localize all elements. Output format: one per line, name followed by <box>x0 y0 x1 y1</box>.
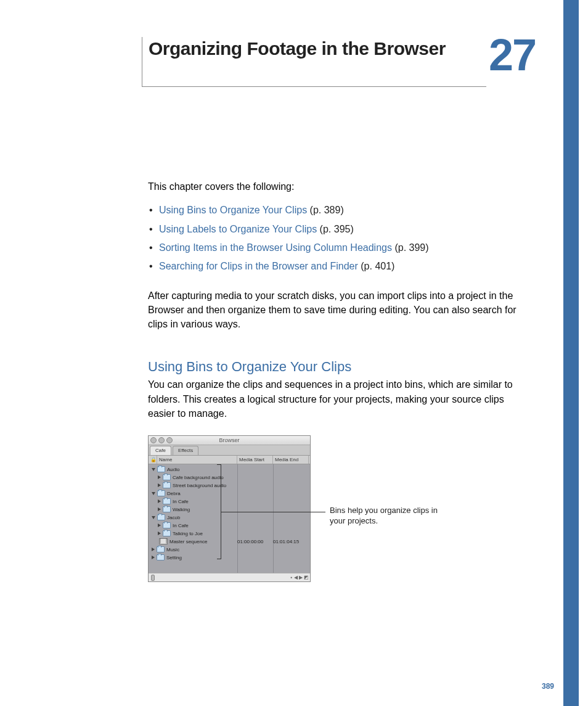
bin-icon <box>157 514 165 520</box>
disclosure-right-icon[interactable] <box>158 507 161 511</box>
body-paragraph: After capturing media to your scratch di… <box>148 289 530 332</box>
window-title: Browser <box>219 437 239 443</box>
toc-list: Using Bins to Organize Your Clips (p. 38… <box>148 201 530 276</box>
bin-icon <box>163 474 171 480</box>
column-header-row: 🔒 Name Media Start Media End <box>149 456 310 464</box>
bin-icon <box>157 546 165 552</box>
tab-row: Cafe Effects <box>149 445 310 456</box>
close-icon[interactable] <box>150 437 157 443</box>
toc-page: (p. 401) <box>361 261 394 271</box>
section-paragraph: You can organize the clips and sequences… <box>148 377 530 421</box>
bin-row[interactable]: Debra <box>149 490 310 498</box>
bin-label: Cafe background audio <box>173 475 224 480</box>
chapter-number: 27 <box>489 30 536 80</box>
sequence-icon <box>159 538 168 544</box>
disclosure-right-icon[interactable] <box>158 499 161 503</box>
disclosure-right-icon[interactable] <box>152 548 155 551</box>
bin-icon <box>157 554 165 560</box>
bin-row[interactable]: Cafe background audio <box>149 474 310 482</box>
disclosure-down-icon[interactable] <box>152 468 155 471</box>
toc-page: (p. 395) <box>320 224 354 234</box>
toc-item: Sorting Items in the Browser Using Colum… <box>148 239 530 257</box>
column-media-end[interactable]: Media End <box>273 456 309 464</box>
bin-label: Debra <box>167 491 181 496</box>
zoom-icon[interactable] <box>166 437 173 443</box>
disclosure-right-icon[interactable] <box>158 532 161 535</box>
bin-label: Talking to Joe <box>173 531 203 536</box>
bin-row[interactable]: Audio <box>149 466 310 474</box>
bin-row[interactable]: Walking <box>149 506 310 514</box>
bin-label: In Cafe <box>173 499 189 504</box>
chapter-header: Organizing Footage in the Browser 27 <box>142 37 486 87</box>
toc-link[interactable]: Using Bins to Organize Your Clips <box>159 205 307 215</box>
sequence-label: Master sequence <box>169 539 207 544</box>
bin-row[interactable]: Talking to Joe <box>149 530 310 538</box>
bin-icon <box>163 482 171 488</box>
tab-cafe[interactable]: Cafe <box>150 446 171 455</box>
disclosure-right-icon[interactable] <box>158 483 161 487</box>
bin-row[interactable]: Jacob <box>149 514 310 522</box>
toc-item: Searching for Clips in the Browser and F… <box>148 257 530 276</box>
toc-link[interactable]: Using Labels to Organize Your Clips <box>159 224 317 234</box>
page-number: 389 <box>542 682 554 691</box>
toc-page: (p. 399) <box>394 242 428 253</box>
column-name[interactable]: Name <box>157 456 237 464</box>
callout-line <box>221 512 325 512</box>
media-start-value: 01:00:00:00 <box>237 539 273 544</box>
callout-text: Bins help you organize clips in your pro… <box>330 506 441 527</box>
browser-tree: Audio Cafe background audio Street backg… <box>149 464 310 573</box>
bin-icon <box>157 466 165 472</box>
disclosure-down-icon[interactable] <box>152 492 155 495</box>
scrollbar[interactable]: ▪ ◀ ▶ ◩ <box>149 573 310 581</box>
column-media-start[interactable]: Media Start <box>237 456 273 464</box>
toc-link[interactable]: Searching for Clips in the Browser and F… <box>159 261 358 271</box>
browser-window: Browser Cafe Effects 🔒 Name Media Start … <box>148 435 311 582</box>
bin-icon <box>157 490 165 496</box>
bin-label: Audio <box>167 467 179 472</box>
disclosure-right-icon[interactable] <box>158 523 161 527</box>
bin-row[interactable]: In Cafe <box>149 522 310 530</box>
disclosure-right-icon[interactable] <box>152 556 155 559</box>
page-content: Organizing Footage in the Browser 27 Thi… <box>148 37 530 582</box>
bin-label: Music <box>166 547 179 552</box>
toc-item: Using Bins to Organize Your Clips (p. 38… <box>148 201 530 220</box>
disclosure-down-icon[interactable] <box>152 516 155 519</box>
page-accent-bar <box>563 0 579 706</box>
intro-lead: This chapter covers the following: <box>148 179 530 194</box>
sequence-row[interactable]: Master sequence 01:00:00:00 01:01:04:15 <box>149 538 310 546</box>
toc-link[interactable]: Sorting Items in the Browser Using Colum… <box>159 242 392 253</box>
figure: Browser Cafe Effects 🔒 Name Media Start … <box>148 435 518 582</box>
browser-titlebar: Browser <box>149 436 310 445</box>
bin-icon <box>163 522 171 528</box>
scroll-thumb[interactable] <box>151 575 155 581</box>
window-controls[interactable] <box>150 437 173 443</box>
bin-label: Setting <box>166 555 182 560</box>
scroll-arrows[interactable]: ▪ ◀ ▶ ◩ <box>290 573 309 581</box>
bin-icon <box>163 530 171 536</box>
bin-row[interactable]: Setting <box>149 554 310 562</box>
bin-icon <box>163 506 171 512</box>
bin-icon <box>163 498 171 504</box>
disclosure-right-icon[interactable] <box>158 475 161 479</box>
tab-effects[interactable]: Effects <box>173 446 198 455</box>
minimize-icon[interactable] <box>158 437 165 443</box>
bin-row[interactable]: Street background audio <box>149 482 310 490</box>
bin-label: In Cafe <box>173 523 189 528</box>
bin-row[interactable]: In Cafe <box>149 498 310 506</box>
toc-item: Using Labels to Organize Your Clips (p. … <box>148 220 530 239</box>
bin-label: Jacob <box>167 515 180 520</box>
media-end-value: 01:01:04:15 <box>273 539 309 544</box>
chapter-title: Organizing Footage in the Browser <box>149 37 486 59</box>
bin-label: Walking <box>173 507 190 512</box>
column-lock: 🔒 <box>149 456 157 464</box>
toc-page: (p. 389) <box>310 205 344 215</box>
bin-row[interactable]: Music <box>149 546 310 554</box>
section-heading: Using Bins to Organize Your Clips <box>148 359 530 375</box>
